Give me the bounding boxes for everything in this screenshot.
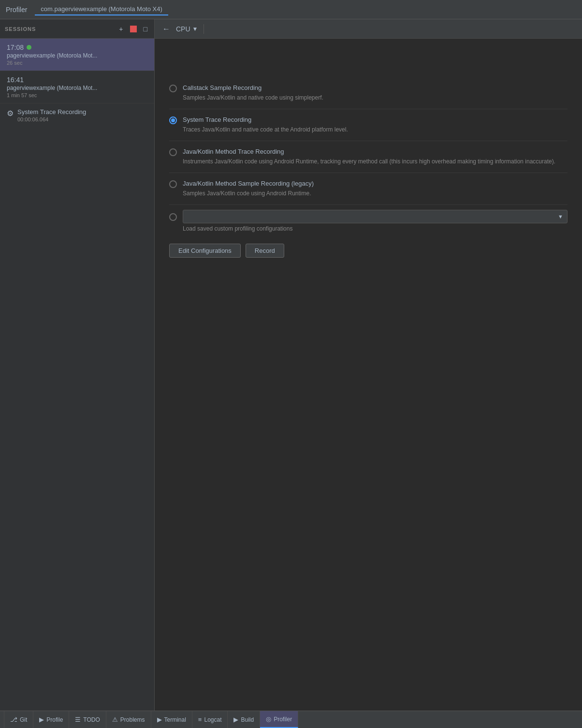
profile-label: Profile — [46, 716, 63, 723]
problems-icon: ⚠ — [112, 716, 118, 723]
option-desc-java-kotlin-trace: Instruments Java/Kotlin code using Andro… — [183, 157, 555, 166]
logcat-icon: ≡ — [198, 716, 202, 723]
cpu-dropdown-arrow: ▼ — [192, 26, 198, 32]
build-label: Build — [241, 716, 254, 723]
radio-java-kotlin-trace[interactable] — [169, 148, 177, 156]
terminal-label: Terminal — [164, 716, 186, 723]
stop-icon — [130, 26, 137, 32]
sessions-header: SESSIONS + □ — [0, 19, 154, 39]
right-panel: ← CPU ▼ Callstack Sample Recording Sampl… — [155, 19, 582, 711]
recording-option-java-kotlin-sample: Java/Kotlin Method Sample Recording (leg… — [169, 173, 567, 205]
radio-custom-config[interactable] — [169, 213, 177, 221]
bottom-item-git[interactable]: ⎇ Git — [4, 711, 33, 728]
radio-system-trace[interactable] — [169, 116, 177, 124]
toolbar-divider — [204, 24, 204, 34]
bottom-item-terminal[interactable]: ▶ Terminal — [151, 711, 192, 728]
option-title-java-kotlin-sample: Java/Kotlin Method Sample Recording (leg… — [183, 180, 314, 187]
session-item[interactable]: 16:41 pagerviewexample (Motorola Mot... … — [0, 71, 154, 103]
gear-icon: ⚙ — [7, 109, 14, 118]
system-trace-session-item[interactable]: ⚙ System Trace Recording 00:00:06.064 — [0, 103, 154, 127]
git-icon: ⎇ — [10, 716, 17, 723]
add-session-button[interactable]: + — [117, 24, 125, 34]
option-desc-system-trace: Traces Java/Kotlin and native code at th… — [183, 125, 348, 134]
cpu-dropdown[interactable]: CPU ▼ — [176, 25, 198, 33]
content-area: Callstack Sample Recording Samples Java/… — [155, 39, 582, 711]
bottom-item-profile[interactable]: ▶ Profile — [33, 711, 69, 728]
system-trace-name: System Trace Recording — [17, 108, 86, 116]
problems-label: Problems — [120, 716, 145, 723]
edit-configurations-button[interactable]: Edit Configurations — [169, 244, 241, 258]
option-title-system-trace: System Trace Recording — [183, 116, 348, 123]
title-bar: Profiler com.pagerviewexample (Motorola … — [0, 0, 582, 19]
custom-config-dropdown[interactable]: ▼ — [183, 210, 567, 223]
git-label: Git — [20, 716, 27, 723]
bottom-item-build[interactable]: ▶ Build — [228, 711, 260, 728]
sessions-label: SESSIONS — [5, 26, 117, 32]
action-buttons: Edit Configurations Record — [169, 244, 567, 258]
session-name-1: pagerviewexample (Motorola Mot... — [7, 52, 147, 59]
session-name-2: pagerviewexample (Motorola Mot... — [7, 85, 147, 91]
custom-config-row: ▼ — [169, 205, 567, 225]
todo-label: TODO — [83, 716, 100, 723]
sidebar: SESSIONS + □ 17:08 pagerviewexample (Mot… — [0, 19, 155, 711]
todo-icon: ☰ — [75, 716, 81, 723]
record-button[interactable]: Record — [246, 244, 284, 258]
main-area: SESSIONS + □ 17:08 pagerviewexample (Mot… — [0, 19, 582, 711]
session-time-2: 16:41 — [7, 76, 147, 84]
recording-option-callstack: Callstack Sample Recording Samples Java/… — [169, 77, 567, 109]
profiler-label: Profiler — [274, 716, 292, 723]
title-tab[interactable]: com.pagerviewexample (Motorola Moto X4) — [35, 3, 168, 15]
option-desc-callstack: Samples Java/Kotlin and native code usin… — [183, 93, 323, 102]
back-button[interactable]: ← — [160, 24, 172, 34]
system-trace-time: 00:00:06.064 — [17, 116, 86, 122]
stop-button[interactable] — [128, 25, 139, 33]
profiler-icon: ◎ — [266, 715, 271, 723]
layout-button[interactable]: □ — [142, 24, 149, 34]
logcat-label: Logcat — [204, 716, 221, 723]
toolbar: ← CPU ▼ — [155, 19, 582, 39]
bottom-item-logcat[interactable]: ≡ Logcat — [192, 711, 228, 728]
session-item[interactable]: 17:08 pagerviewexample (Motorola Mot... … — [0, 39, 154, 71]
session-time-1: 17:08 — [7, 44, 147, 51]
load-config-label: Load saved custom profiling configuratio… — [169, 225, 567, 232]
session-duration-2: 1 min 57 sec — [7, 92, 147, 98]
recording-options: Callstack Sample Recording Samples Java/… — [169, 77, 567, 258]
option-desc-java-kotlin-sample: Samples Java/Kotlin code using Android R… — [183, 189, 314, 198]
build-icon: ▶ — [233, 716, 238, 723]
cpu-label: CPU — [176, 25, 190, 33]
config-dropdown-arrow-icon: ▼ — [558, 214, 563, 219]
recording-option-system-trace: System Trace Recording Traces Java/Kotli… — [169, 109, 567, 141]
system-trace-info: System Trace Recording 00:00:06.064 — [17, 108, 86, 122]
bottom-item-problems[interactable]: ⚠ Problems — [106, 711, 151, 728]
option-title-java-kotlin-trace: Java/Kotlin Method Trace Recording — [183, 148, 555, 155]
profile-icon: ▶ — [39, 716, 44, 723]
bottom-item-profiler[interactable]: ◎ Profiler — [260, 711, 298, 728]
recording-option-java-kotlin-trace: Java/Kotlin Method Trace Recording Instr… — [169, 141, 567, 173]
option-title-callstack: Callstack Sample Recording — [183, 84, 323, 91]
active-indicator — [27, 45, 31, 50]
session-duration-1: 26 sec — [7, 60, 147, 66]
bottom-bar: ⎇ Git ▶ Profile ☰ TODO ⚠ Problems ▶ Term… — [0, 711, 582, 728]
terminal-icon: ▶ — [157, 716, 162, 723]
radio-java-kotlin-sample[interactable] — [169, 180, 177, 188]
bottom-item-todo[interactable]: ☰ TODO — [69, 711, 106, 728]
app-name: Profiler — [6, 6, 27, 14]
sessions-icons: + □ — [117, 24, 149, 34]
radio-callstack[interactable] — [169, 85, 177, 92]
